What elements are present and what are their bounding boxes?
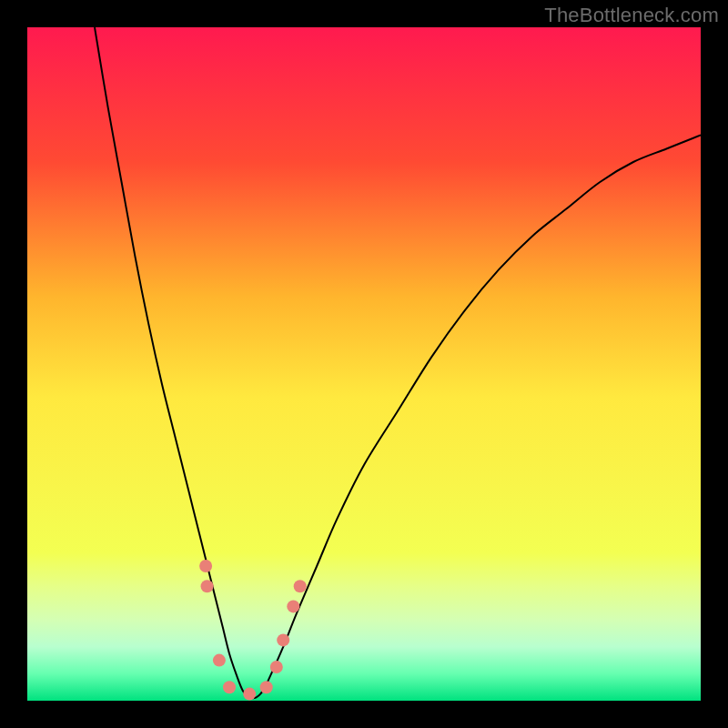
data-marker: [213, 654, 226, 667]
chart-container: TheBottleneck.com: [0, 0, 728, 728]
bottleneck-curve: [95, 27, 701, 698]
data-marker: [223, 681, 236, 693]
plot-area: [27, 27, 701, 701]
data-marker: [270, 661, 283, 673]
curve-layer: [27, 27, 701, 701]
data-marker: [201, 580, 214, 592]
data-marker: [199, 560, 212, 572]
data-marker: [287, 600, 299, 612]
watermark-label: TheBottleneck.com: [544, 4, 719, 27]
data-marker: [294, 580, 307, 592]
data-marker: [277, 633, 289, 646]
data-marker: [260, 681, 273, 693]
data-marker: [243, 688, 256, 701]
